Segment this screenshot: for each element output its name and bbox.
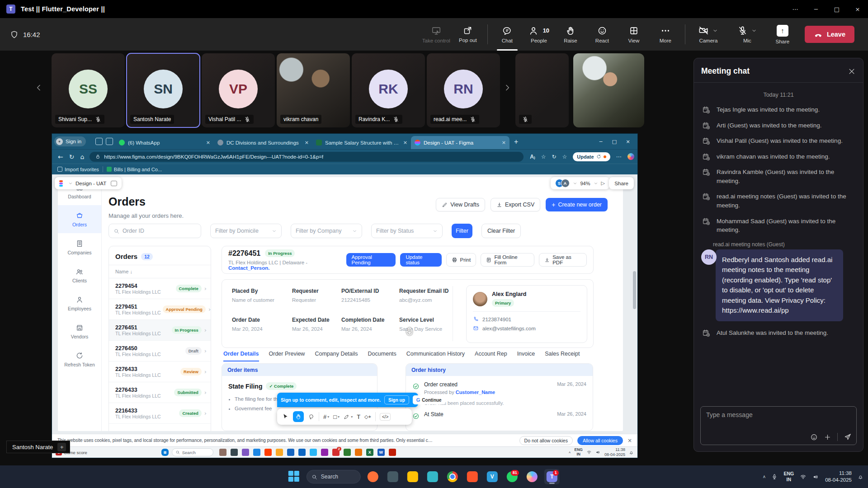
dev-mode-icon[interactable]: </> — [380, 413, 391, 421]
leave-button[interactable]: Leave — [805, 26, 854, 43]
brave-icon[interactable] — [465, 469, 480, 484]
pop-out-button[interactable]: Pop out — [452, 18, 484, 51]
tab-close-icon[interactable]: × — [403, 140, 407, 145]
tab-order-preview[interactable]: Order Preview — [269, 351, 305, 361]
tab-company-details[interactable]: Company Details — [315, 351, 358, 361]
skype-icon[interactable] — [310, 449, 317, 456]
shared-search-box[interactable]: Search — [172, 448, 213, 456]
raise-button[interactable]: Raise — [555, 18, 586, 51]
teams-icon[interactable]: T1 — [544, 469, 560, 484]
favorite-item[interactable]: Bills | Billing and Co... — [107, 167, 162, 172]
opera-icon[interactable] — [264, 449, 272, 456]
defender-icon[interactable] — [321, 449, 328, 456]
workspaces-icon[interactable] — [95, 138, 103, 145]
whatsapp-icon[interactable]: 81 — [505, 469, 520, 484]
hand-tool-icon[interactable] — [293, 411, 304, 422]
print-button[interactable]: Print — [446, 253, 476, 267]
browser-maximize-button[interactable]: □ — [608, 139, 621, 145]
move-tool-icon[interactable] — [282, 413, 289, 420]
contact-phone[interactable]: 2123874901 — [473, 316, 580, 322]
taskbar-search-box[interactable]: Search — [307, 470, 361, 483]
text-tool-icon[interactable]: T — [357, 413, 360, 420]
tray-chevron-icon[interactable]: ˄ — [763, 474, 766, 479]
chat-button[interactable]: Chat — [491, 18, 523, 51]
vertical-tabs-icon[interactable] — [106, 138, 113, 145]
view-drafts-button[interactable]: View Drafts — [436, 198, 485, 211]
chevron-down-icon[interactable] — [594, 181, 598, 186]
create-order-button[interactable]: +Create new order — [546, 198, 608, 211]
presenter-add-icon[interactable]: + — [57, 443, 66, 451]
presenter-label[interactable]: Santosh Narate + — [6, 441, 70, 453]
calculator-icon[interactable] — [287, 449, 294, 456]
browser-minimize-button[interactable]: ─ — [594, 139, 608, 145]
present-icon[interactable]: ▷ — [601, 180, 605, 186]
contact-person-link[interactable]: Contact_Person. — [228, 265, 269, 271]
notification-bell-icon[interactable] — [858, 474, 863, 480]
mail-icon[interactable]: 2 — [332, 449, 340, 456]
lasso-tool-icon[interactable] — [308, 413, 315, 420]
tab-close-icon[interactable]: × — [305, 140, 309, 145]
sidebar-item-companies[interactable]: Companies — [58, 233, 101, 261]
notification-icon[interactable] — [629, 450, 634, 455]
history-link[interactable]: Customer_Name — [456, 389, 495, 395]
figma-collaborator-avatar[interactable]: A — [561, 179, 570, 188]
copilot-icon[interactable] — [627, 153, 634, 160]
shape-tool-icon[interactable]: □▾ — [333, 413, 340, 420]
camera-button[interactable]: Camera — [689, 18, 728, 51]
order-row[interactable]: 2276451TL Flex Holdings LLCIn Progress› — [109, 320, 211, 341]
deny-cookies-button[interactable]: Do not allow cookies — [519, 436, 573, 445]
scroll-right-icon[interactable] — [503, 83, 512, 92]
browser-tab[interactable]: Sample Salary Structure with calc× — [312, 136, 411, 149]
language-indicator[interactable]: ENGIN — [783, 471, 794, 482]
wifi-icon[interactable] — [586, 450, 592, 455]
photos-icon[interactable] — [219, 449, 226, 456]
tab-order-details[interactable]: Order Details — [223, 351, 259, 361]
people-button[interactable]: 10 People — [523, 18, 555, 51]
google-continue-button[interactable]: GContinue — [413, 395, 445, 404]
pen-tool-icon[interactable]: ▾ — [344, 413, 353, 420]
participant-tile[interactable] — [515, 53, 569, 127]
browser-tab[interactable]: DC Divisions and Surroundings× — [214, 136, 312, 149]
refresh-icon[interactable]: ↻ — [69, 153, 75, 160]
chevron-right-icon[interactable]: › — [204, 285, 207, 292]
attach-plus-icon[interactable] — [824, 433, 831, 441]
edge-c-icon[interactable] — [355, 449, 362, 456]
todo-icon[interactable] — [344, 449, 351, 456]
volume-icon[interactable] — [812, 474, 819, 480]
participant-tile[interactable]: SNSantosh Narate — [127, 53, 200, 127]
shared-clock[interactable]: 11:3808-04-2025 — [604, 447, 625, 458]
send-icon[interactable] — [844, 433, 852, 441]
sidebar-item-vendors[interactable]: Vendors — [58, 317, 101, 345]
chevron-down-icon[interactable] — [712, 28, 718, 33]
excel-icon[interactable]: X — [366, 449, 373, 456]
firefox-icon[interactable] — [365, 469, 381, 484]
approval-pending-button[interactable]: Approval Pending — [346, 253, 396, 267]
browser-close-button[interactable]: × — [621, 139, 635, 145]
favorite-item[interactable]: Import favorites — [57, 167, 99, 172]
tray-chevron-icon[interactable]: ˄ — [569, 450, 571, 455]
participant-tile[interactable]: VPVishal Patil ... — [202, 53, 275, 127]
minimize-button[interactable]: ─ — [806, 0, 826, 18]
outlook-icon[interactable] — [298, 449, 306, 456]
chevron-right-icon[interactable]: › — [204, 368, 207, 375]
figma-zoom-level[interactable]: 94% — [580, 181, 590, 186]
file-explorer-icon[interactable] — [405, 469, 420, 484]
participant-tile[interactable]: SSShivani Sup... — [52, 53, 125, 127]
scroll-left-icon[interactable] — [34, 83, 43, 92]
chevron-right-icon[interactable]: › — [204, 327, 207, 333]
filter-status-dropdown[interactable]: Filter by Status — [371, 224, 443, 238]
tab-communication-history[interactable]: Communication History — [406, 351, 465, 361]
export-csv-button[interactable]: Export CSV — [491, 198, 540, 211]
window-menu-icon[interactable]: ⋯ — [785, 0, 806, 18]
tab-invoice[interactable]: Invoice — [517, 351, 535, 361]
order-row[interactable]: 2279451TL Flex Holdings LLCApproval Pend… — [109, 299, 211, 320]
copilot-icon[interactable] — [524, 469, 540, 484]
emoji-icon[interactable] — [810, 433, 818, 441]
sidebar-item-orders[interactable]: Orders — [58, 205, 101, 233]
url-field[interactable]: https://www.figma.com/design/9BKQ0FOHRWa… — [90, 152, 524, 162]
chevron-right-icon[interactable]: › — [204, 347, 207, 354]
view-button[interactable]: View — [618, 18, 650, 51]
word-icon[interactable]: W — [377, 449, 385, 456]
more-button[interactable]: More — [650, 18, 681, 51]
participant-tile[interactable]: vikram chavan — [277, 53, 350, 127]
